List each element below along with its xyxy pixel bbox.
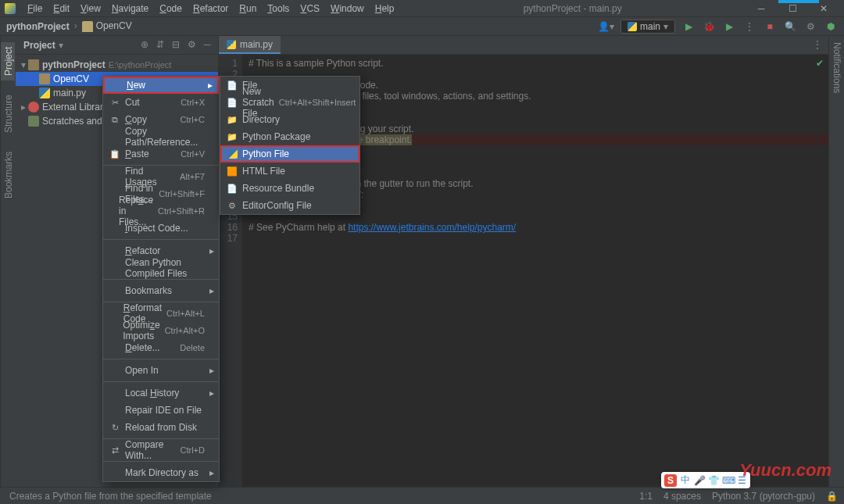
run-config-selector[interactable]: main ▾ (620, 20, 675, 34)
menu-run[interactable]: Run (234, 3, 262, 14)
menu-help[interactable]: Help (370, 3, 400, 14)
new-editorconfig-file[interactable]: ⚙EditorConfig File (220, 197, 359, 214)
menu-view[interactable]: View (75, 3, 106, 14)
run-config-label: main (640, 21, 660, 32)
sidebar-title: Project (23, 40, 55, 51)
ctx-delete-[interactable]: Delete...Delete (103, 339, 219, 356)
settings-button[interactable]: ⚙ (803, 20, 817, 34)
sidebar-header: Project ▾ ⊕ ⇵ ⊟ ⚙ ─ (16, 36, 218, 55)
ctx-find-usages[interactable]: Find UsagesAlt+F7 (103, 168, 219, 185)
python-icon (227, 40, 236, 49)
ime-toolbar[interactable]: S 中 🎤 👕 ⌨ ☰ (661, 472, 750, 488)
left-tab-structure[interactable]: Structure (2, 90, 16, 138)
menu-code[interactable]: Code (154, 3, 188, 14)
ime-mic-icon[interactable]: 🎤 (694, 475, 705, 486)
menu-edit[interactable]: Edit (48, 3, 75, 14)
menu-refactor[interactable]: Refactor (188, 3, 234, 14)
new-resource-bundle[interactable]: 📄Resource Bundle (220, 180, 359, 197)
ctx-repair-ide-on-file[interactable]: Repair IDE on File (103, 402, 219, 419)
new-directory[interactable]: 📁Directory (220, 111, 359, 128)
ctx-reload-from-disk[interactable]: ↻Reload from Disk (103, 419, 219, 436)
ctx-replace-in-files-[interactable]: Replace in Files...Ctrl+Shift+R (103, 202, 219, 220)
breadcrumb-folder[interactable]: OpenCV (74, 20, 132, 32)
status-lock-icon[interactable]: 🔒 (826, 491, 838, 502)
run-button[interactable]: ▶ (681, 20, 696, 34)
hide-icon[interactable]: ─ (201, 39, 213, 52)
titlebar: FileEditViewNavigateCodeRefactorRunTools… (0, 0, 844, 17)
close-button[interactable]: ✕ (808, 3, 839, 14)
window-title: pythonProject - main.py (399, 3, 746, 14)
ctx-bookmarks[interactable]: Bookmarks▸ (103, 282, 219, 299)
status-interpreter[interactable]: Python 3.7 (pytorch-gpu) (712, 491, 815, 502)
editor-tabs-more-icon[interactable]: ⋮ (806, 36, 828, 54)
new-new-scratch-file[interactable]: 📄New Scratch FileCtrl+Alt+Shift+Insert (220, 94, 359, 111)
python-icon (628, 22, 637, 31)
ctx-paste[interactable]: 📋PasteCtrl+V (103, 145, 219, 163)
collapse-all-icon[interactable]: ⊟ (170, 39, 182, 52)
ctx-optimize-imports[interactable]: Optimize ImportsCtrl+Alt+O (103, 322, 219, 339)
maximize-button[interactable]: ☐ (777, 3, 808, 14)
ime-lang-icon[interactable]: 中 (680, 474, 691, 487)
ime-toolbox-icon[interactable]: ⌨ (722, 475, 733, 486)
new-file[interactable]: 📄File (220, 77, 359, 94)
ctx-cut[interactable]: ✂CutCtrl+X (103, 94, 219, 111)
ctx-local-history[interactable]: Local History▸ (103, 384, 219, 402)
ctx-new[interactable]: New▸ (103, 77, 219, 94)
new-submenu[interactable]: 📄File📄New Scratch FileCtrl+Alt+Shift+Ins… (220, 76, 360, 215)
menu-file[interactable]: File (22, 3, 48, 14)
right-tab-notifications[interactable]: Notifications (831, 42, 842, 93)
menu-vcs[interactable]: VCS (295, 3, 325, 14)
accent-bar (778, 0, 819, 3)
navbar: pythonProject OpenCV 👤▾ main ▾ ▶ 🐞 ▶ ⋮ ■… (0, 17, 844, 36)
status-bar: Creates a Python file from the specified… (0, 487, 844, 504)
ctx-open-in[interactable]: Open In▸ (103, 362, 219, 379)
breadcrumb-project[interactable]: pythonProject (6, 21, 70, 32)
menu-navigate[interactable]: Navigate (106, 3, 154, 14)
search-everywhere-button[interactable]: 🔍 (783, 20, 797, 34)
context-menu[interactable]: New▸✂CutCtrl+X⧉CopyCtrl+CCopy Path/Refer… (102, 76, 220, 482)
minimize-button[interactable]: ─ (746, 3, 777, 14)
ide-updates-button[interactable]: ⬢ (824, 20, 838, 34)
select-opened-icon[interactable]: ⊕ (138, 39, 151, 52)
inspection-ok-icon[interactable]: ✔ (816, 58, 824, 69)
file-tab-mainpy[interactable]: main.py (219, 36, 281, 54)
app-logo-icon (5, 3, 16, 14)
tree-root[interactable]: ▾ pythonProject E:\pythonProject (16, 58, 218, 72)
folder-icon (82, 21, 93, 32)
debug-button[interactable]: 🐞 (702, 20, 716, 34)
left-tab-project[interactable]: Project (2, 42, 16, 80)
ctx-copy-path-reference-[interactable]: Copy Path/Reference... (103, 128, 219, 145)
ime-emoji-icon[interactable]: ☰ (736, 475, 747, 486)
new-python-file[interactable]: Python File (220, 145, 359, 163)
ctx-mark-directory-as[interactable]: Mark Directory as▸ (103, 464, 219, 481)
right-tool-strip: Notifications (828, 36, 844, 487)
ime-logo-icon: S (664, 474, 677, 487)
file-tab-label: main.py (240, 39, 273, 50)
new-html-file[interactable]: 🟧HTML File (220, 163, 359, 180)
status-message: Creates a Python file from the specified… (9, 491, 212, 502)
left-tool-strip: Bookmarks Structure Project (0, 36, 16, 487)
ctx-compare-with-[interactable]: ⇄Compare With...Ctrl+D (103, 441, 219, 459)
ctx-inspect-code-[interactable]: Inspect Code... (103, 220, 219, 237)
new-python-package[interactable]: 📁Python Package (220, 128, 359, 145)
left-tab-bookmarks[interactable]: Bookmarks (2, 147, 16, 203)
stop-button[interactable]: ■ (763, 20, 777, 34)
status-caret-pos[interactable]: 1:1 (639, 491, 653, 502)
ctx-clean-python-compiled-files[interactable]: Clean Python Compiled Files (103, 259, 219, 277)
run-coverage-button[interactable]: ▶ (722, 20, 736, 34)
editor-tabs: main.py ⋮ (219, 36, 828, 55)
menu-window[interactable]: Window (325, 3, 370, 14)
more-run-button[interactable]: ⋮ (742, 20, 756, 34)
ime-skin-icon[interactable]: 👕 (708, 475, 719, 486)
ctx-reformat-code[interactable]: Reformat CodeCtrl+Alt+L (103, 305, 219, 322)
status-indent[interactable]: 4 spaces (663, 491, 701, 502)
settings-icon[interactable]: ⚙ (185, 39, 198, 52)
menu-tools[interactable]: Tools (262, 3, 295, 14)
expand-all-icon[interactable]: ⇵ (154, 39, 166, 52)
addconfig-icon[interactable]: 👤▾ (598, 21, 614, 32)
